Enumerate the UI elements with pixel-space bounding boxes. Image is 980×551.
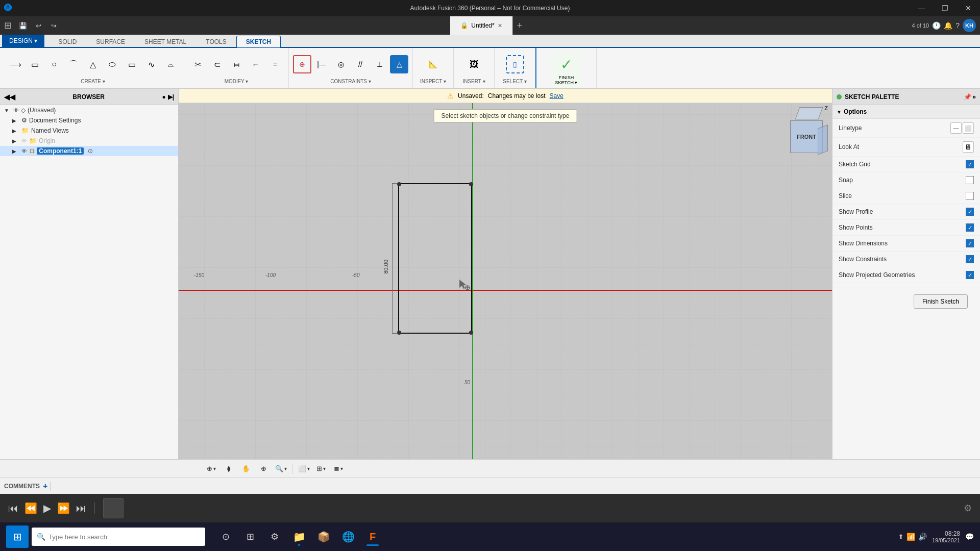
taskbar-app-settings[interactable]: ⚙ [263, 525, 286, 548]
notification-center-icon[interactable]: 💬 [965, 533, 974, 541]
arc-tool-button[interactable]: ⌒ [64, 55, 83, 73]
save-link[interactable]: Save [550, 92, 564, 99]
sidebar-item-named-views[interactable]: ▶ 📁 Named Views [0, 126, 178, 136]
tab-add-button[interactable]: + [517, 20, 523, 31]
taskbar-app-taskview[interactable]: ⊞ [239, 525, 261, 548]
notification-icon[interactable]: 🔔 [944, 21, 952, 30]
taskbar-app-chrome[interactable]: 🌐 [337, 525, 359, 548]
tab-sketch[interactable]: SKETCH [236, 36, 281, 47]
corner-bottom-left[interactable] [397, 331, 401, 335]
anim-settings-icon[interactable]: ⚙ [964, 503, 972, 514]
item-eye-icon[interactable]: 👁 [13, 107, 19, 113]
taskbar-app-explorer[interactable]: 📁 [288, 525, 310, 548]
sidebar-item-document-settings[interactable]: ▶ ⚙ Document Settings [0, 115, 178, 126]
offset-tool-button[interactable]: = [266, 55, 284, 73]
design-mode-button[interactable]: DESIGN ▾ [2, 35, 44, 47]
slice-checkbox[interactable] [966, 192, 974, 200]
grid-icon[interactable]: ⊞ [4, 20, 12, 31]
constraints-label[interactable]: CONSTRAINTS ▾ [326, 79, 375, 86]
circle-tool-button[interactable]: ○ [45, 55, 63, 73]
sidebar-eye-icon[interactable]: ● [162, 93, 165, 101]
close-button[interactable]: ✕ [957, 0, 980, 16]
parallel-constraint-button[interactable]: // [351, 55, 370, 73]
anim-play-button[interactable]: ▶ [43, 502, 51, 514]
break-tool-button[interactable]: ⧦ [227, 55, 246, 73]
item-eye-origin-icon[interactable]: 👁 [21, 138, 27, 144]
item-eye-component-icon[interactable]: 👁 [21, 148, 27, 154]
clock[interactable]: 08:28 19/05/2021 [932, 530, 960, 543]
item-target-icon[interactable]: ⊙ [88, 147, 93, 155]
finish-sketch-palette-button[interactable]: Finish Sketch [914, 294, 968, 309]
select-label[interactable]: SELECT ▾ [499, 79, 531, 86]
tangent-constraint-button[interactable]: △ [390, 55, 408, 73]
pan-button[interactable]: ✋ [239, 462, 253, 476]
conic-tool-button[interactable]: ⌓ [161, 55, 180, 73]
corner-bottom-right[interactable] [469, 331, 473, 335]
orbit-button[interactable]: ⊕▾ [204, 462, 218, 476]
showprojected-checkbox[interactable]: ✓ [966, 271, 974, 279]
sidebar-expand-icon[interactable]: ▶| [168, 93, 174, 101]
canvas-area[interactable]: ⚠ Unsaved: Changes may be lost Save Sele… [179, 89, 832, 459]
showpoints-checkbox[interactable]: ✓ [966, 223, 974, 232]
sketch-rectangle[interactable] [398, 183, 472, 334]
collinear-constraint-button[interactable]: |— [312, 55, 331, 73]
measure-button[interactable]: 📐 [424, 55, 443, 73]
start-button[interactable]: ⊞ [6, 525, 29, 548]
anim-prev-button[interactable]: ⏪ [24, 502, 37, 514]
lookat-button[interactable]: 🖥 [963, 141, 974, 153]
sp-expand-icon[interactable]: » [972, 93, 976, 101]
modify-label[interactable]: MODIFY ▾ [220, 79, 252, 86]
minimize-button[interactable]: — [910, 0, 933, 16]
linetype-solid-button[interactable]: — [950, 122, 962, 134]
anim-skip-back-button[interactable]: ⏮ [8, 503, 18, 514]
sidebar-item-origin[interactable]: ▶ 👁 📁 Origin [0, 136, 178, 146]
taskbar-app-fusion[interactable]: F [361, 525, 384, 548]
network-icon[interactable]: 📶 [906, 533, 915, 541]
display-settings-button[interactable]: ⬜▾ [297, 462, 311, 476]
showdimensions-checkbox[interactable]: ✓ [966, 239, 974, 247]
fit-screen-button[interactable]: 🔍▾ [274, 462, 288, 476]
file-tab-untitled[interactable]: 🔒 Untitled* ✕ [450, 16, 512, 35]
sidebar-collapse-icon[interactable]: ◀◀ [4, 93, 15, 101]
spline-tool-button[interactable]: ∿ [142, 55, 160, 73]
perp-constraint-button[interactable]: ⊥ [371, 55, 389, 73]
sketchgrid-checkbox[interactable]: ✓ [966, 160, 974, 168]
view-cube-top[interactable] [795, 107, 823, 119]
taskbar-search-box[interactable]: 🔍 [32, 528, 205, 546]
tab-solid[interactable]: SOLID [48, 36, 86, 47]
comments-add-icon[interactable]: + [43, 482, 47, 491]
insert-image-button[interactable]: 🖼 [465, 55, 483, 73]
taskbar-app-cortana[interactable]: ⊙ [214, 525, 237, 548]
coincident-constraint-button[interactable]: ⊕ [293, 55, 311, 73]
corner-top-right[interactable] [469, 182, 473, 186]
view-cube-side[interactable] [818, 124, 828, 155]
anim-thumbnail[interactable] [103, 498, 124, 518]
finish-sketch-button[interactable]: ✓ FINISH SKETCH ▾ [552, 52, 581, 89]
redo-button[interactable]: ↪ [46, 18, 61, 33]
taskbar-app-store[interactable]: 📦 [312, 525, 335, 548]
tab-sheet-metal[interactable]: SHEET METAL [135, 36, 196, 47]
anim-skip-forward-button[interactable]: ⏭ [76, 503, 86, 514]
snap-checkbox[interactable] [966, 176, 974, 184]
maximize-button[interactable]: ❐ [933, 0, 957, 16]
line-tool-button[interactable]: ⟶ [6, 55, 24, 73]
extend-tool-button[interactable]: ⊂ [208, 55, 226, 73]
sidebar-item-component[interactable]: ▶ 👁 □ Component1:1 ⊙ [0, 146, 178, 156]
select-button[interactable]: ▯ [506, 55, 524, 73]
time-icon[interactable]: 🕐 [932, 21, 941, 30]
ellipse-tool-button[interactable]: ⬭ [103, 55, 121, 73]
tray-up-icon[interactable]: ⬆ [898, 533, 903, 540]
viewport-settings-button[interactable]: ≣▾ [331, 462, 346, 476]
trim-tool-button[interactable]: ✂ [188, 55, 207, 73]
anim-next-button[interactable]: ⏩ [57, 502, 70, 514]
sp-pin-icon[interactable]: 📌 [964, 93, 971, 101]
tab-close-icon[interactable]: ✕ [498, 22, 502, 29]
search-input[interactable] [48, 533, 200, 541]
look-from-button[interactable]: ⧫ [222, 462, 236, 476]
linetype-dashed-button[interactable]: ⬜ [963, 122, 974, 134]
save-button[interactable]: 💾 [16, 18, 30, 33]
rectangle-tool-button[interactable]: ▭ [26, 55, 44, 73]
grid-settings-button[interactable]: ⊞▾ [314, 462, 328, 476]
user-avatar[interactable]: KH [963, 19, 976, 32]
options-section-header[interactable]: ▼ Options [832, 105, 980, 119]
